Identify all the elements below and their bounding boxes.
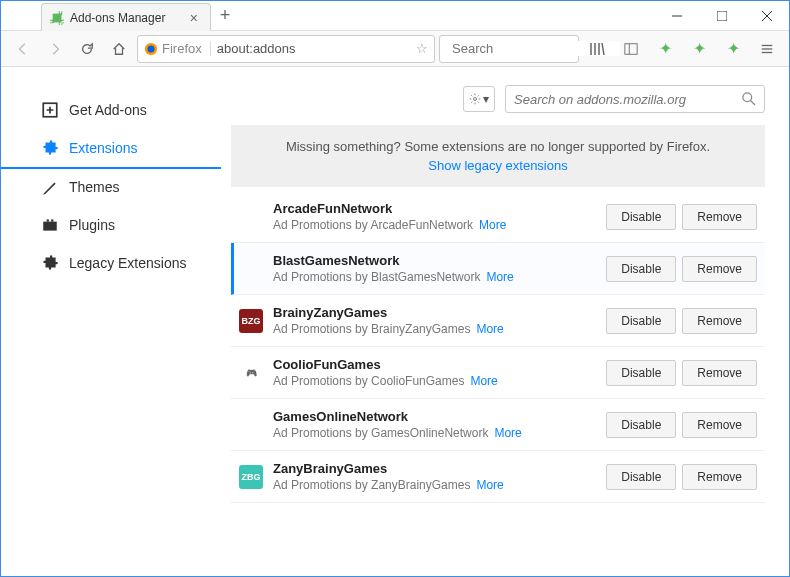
extension-item[interactable]: GamesOnlineNetwork Ad Promotions by Game… — [231, 399, 765, 451]
content: Get Add-ons Extensions Themes Plugins Le… — [1, 67, 789, 576]
disable-button[interactable]: Disable — [606, 360, 676, 386]
close-window-button[interactable] — [744, 1, 789, 30]
addon-search-bar[interactable] — [505, 85, 765, 113]
search-icon[interactable] — [742, 92, 756, 106]
extension-name: BrainyZanyGames — [273, 305, 596, 320]
svg-point-18 — [474, 98, 477, 101]
extension-actions: Disable Remove — [606, 308, 757, 334]
show-legacy-link[interactable]: Show legacy extensions — [245, 158, 751, 173]
svg-point-6 — [148, 45, 155, 52]
svg-point-19 — [743, 93, 752, 102]
extension-name: BlastGamesNetwork — [273, 253, 596, 268]
extension-item[interactable]: BZG BrainyZanyGames Ad Promotions by Bra… — [231, 295, 765, 347]
bookmark-star-icon[interactable]: ☆ — [416, 41, 428, 56]
remove-button[interactable]: Remove — [682, 256, 757, 282]
new-tab-button[interactable]: + — [211, 1, 239, 30]
sidebar-item-extensions[interactable]: Extensions — [1, 129, 221, 169]
back-button[interactable] — [9, 35, 37, 63]
legacy-notice: Missing something? Some extensions are n… — [231, 125, 765, 187]
extension-info: ZanyBrainyGames Ad Promotions by ZanyBra… — [273, 461, 596, 492]
extension-icon: BZG — [239, 309, 263, 333]
remove-button[interactable]: Remove — [682, 204, 757, 230]
minimize-button[interactable] — [654, 1, 699, 30]
more-link[interactable]: More — [479, 218, 506, 232]
remove-button[interactable]: Remove — [682, 308, 757, 334]
tools-gear-button[interactable]: ▾ — [463, 86, 495, 112]
close-tab-icon[interactable]: × — [186, 10, 202, 26]
more-link[interactable]: More — [470, 374, 497, 388]
extension-icon — [239, 205, 263, 229]
main-top-bar: ▾ — [231, 85, 765, 113]
extension-name: ZanyBrainyGames — [273, 461, 596, 476]
disable-button[interactable]: Disable — [606, 464, 676, 490]
extension-item[interactable]: 🎮 CoolioFunGames Ad Promotions by Coolio… — [231, 347, 765, 399]
disable-button[interactable]: Disable — [606, 412, 676, 438]
sidebar-label: Plugins — [69, 217, 115, 233]
more-link[interactable]: More — [476, 322, 503, 336]
extension-desc: Ad Promotions by BrainyZanyGamesMore — [273, 322, 596, 336]
extension-icon: ZBG — [239, 465, 263, 489]
addon-tab-icon — [50, 11, 64, 25]
disable-button[interactable]: Disable — [606, 256, 676, 282]
main-panel: ▾ Missing something? Some extensions are… — [221, 67, 789, 576]
toolbar: Firefox ☆ ✦ ✦ ✦ — [1, 31, 789, 67]
home-button[interactable] — [105, 35, 133, 63]
maximize-button[interactable] — [699, 1, 744, 30]
sidebar-button[interactable] — [617, 35, 645, 63]
themes-icon — [41, 178, 59, 196]
extension-desc: Ad Promotions by GamesOnlineNetworkMore — [273, 426, 596, 440]
notice-text: Missing something? Some extensions are n… — [286, 139, 710, 154]
sidebar-label: Legacy Extensions — [69, 255, 187, 271]
disable-button[interactable]: Disable — [606, 204, 676, 230]
extension-actions: Disable Remove — [606, 256, 757, 282]
firefox-icon — [144, 42, 158, 56]
addon-search-input[interactable] — [514, 92, 742, 107]
extension-icon — [239, 413, 263, 437]
brand-label: Firefox — [162, 41, 202, 56]
extension-info: CoolioFunGames Ad Promotions by CoolioFu… — [273, 357, 596, 388]
sidebar-item-get-addons[interactable]: Get Add-ons — [1, 91, 221, 129]
addon-indicator-1[interactable]: ✦ — [651, 35, 679, 63]
extension-item[interactable]: ZBG ZanyBrainyGames Ad Promotions by Zan… — [231, 451, 765, 503]
forward-button[interactable] — [41, 35, 69, 63]
sidebar-item-plugins[interactable]: Plugins — [1, 206, 221, 244]
url-bar[interactable]: Firefox ☆ — [137, 35, 435, 63]
more-link[interactable]: More — [476, 478, 503, 492]
remove-button[interactable]: Remove — [682, 464, 757, 490]
sidebar-label: Extensions — [69, 140, 137, 156]
extension-desc: Ad Promotions by CoolioFunGamesMore — [273, 374, 596, 388]
extension-item[interactable]: BlastGamesNetwork Ad Promotions by Blast… — [231, 243, 765, 295]
more-link[interactable]: More — [486, 270, 513, 284]
extension-name: GamesOnlineNetwork — [273, 409, 596, 424]
get-addons-icon — [41, 101, 59, 119]
sidebar-label: Themes — [69, 179, 120, 195]
extension-item[interactable]: ArcadeFunNetwork Ad Promotions by Arcade… — [231, 191, 765, 243]
svg-rect-15 — [43, 222, 57, 231]
more-link[interactable]: More — [494, 426, 521, 440]
remove-button[interactable]: Remove — [682, 360, 757, 386]
sidebar: Get Add-ons Extensions Themes Plugins Le… — [1, 67, 221, 576]
extension-actions: Disable Remove — [606, 360, 757, 386]
remove-button[interactable]: Remove — [682, 412, 757, 438]
window-controls — [654, 1, 789, 30]
sidebar-item-themes[interactable]: Themes — [1, 168, 221, 206]
extension-desc: Ad Promotions by BlastGamesNetworkMore — [273, 270, 596, 284]
toolbar-search[interactable] — [439, 35, 579, 63]
svg-line-20 — [751, 101, 755, 105]
extension-name: CoolioFunGames — [273, 357, 596, 372]
addon-indicator-2[interactable]: ✦ — [685, 35, 713, 63]
menu-button[interactable] — [753, 35, 781, 63]
svg-rect-17 — [51, 219, 53, 221]
plugins-icon — [41, 216, 59, 234]
addon-indicator-3[interactable]: ✦ — [719, 35, 747, 63]
extension-info: BrainyZanyGames Ad Promotions by BrainyZ… — [273, 305, 596, 336]
extension-actions: Disable Remove — [606, 464, 757, 490]
library-button[interactable] — [583, 35, 611, 63]
disable-button[interactable]: Disable — [606, 308, 676, 334]
url-input[interactable] — [217, 41, 410, 56]
reload-button[interactable] — [73, 35, 101, 63]
sidebar-item-legacy[interactable]: Legacy Extensions — [1, 244, 221, 282]
extension-actions: Disable Remove — [606, 412, 757, 438]
browser-tab[interactable]: Add-ons Manager × — [41, 3, 211, 31]
extension-desc: Ad Promotions by ZanyBrainyGamesMore — [273, 478, 596, 492]
